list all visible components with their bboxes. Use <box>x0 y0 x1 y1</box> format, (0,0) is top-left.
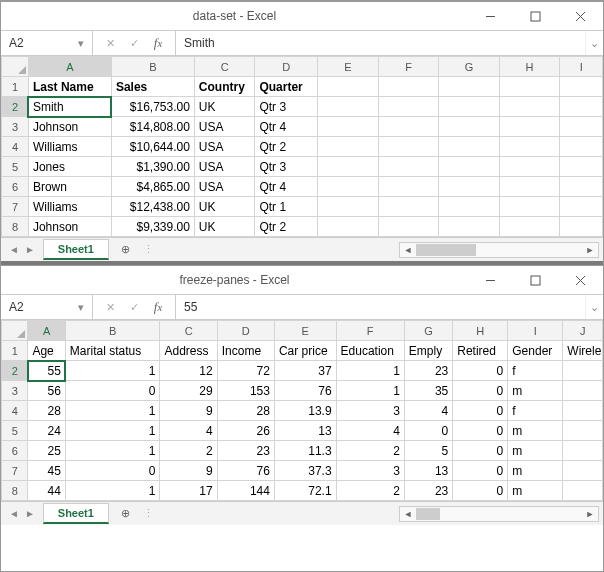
cell[interactable]: Last Name <box>28 77 111 97</box>
chevron-left-icon[interactable]: ◄ <box>9 508 19 519</box>
cell[interactable]: 2 <box>336 441 404 461</box>
row-header[interactable]: 2 <box>2 97 29 117</box>
scroll-thumb[interactable] <box>416 244 476 256</box>
cell[interactable] <box>378 217 439 237</box>
cell[interactable] <box>378 77 439 97</box>
grip-icon[interactable]: ⋮ <box>137 507 162 520</box>
cell[interactable] <box>560 197 603 217</box>
cell[interactable] <box>563 441 603 461</box>
cell[interactable]: Qtr 4 <box>255 177 318 197</box>
sheet-tab-active[interactable]: Sheet1 <box>43 239 109 260</box>
sheet-tab-active[interactable]: Sheet1 <box>43 503 109 524</box>
cell[interactable]: 0 <box>453 381 508 401</box>
col-header[interactable]: F <box>378 57 439 77</box>
col-header[interactable]: C <box>194 57 255 77</box>
cell[interactable]: $4,865.00 <box>111 177 194 197</box>
cell[interactable] <box>318 97 379 117</box>
row-header[interactable]: 5 <box>2 421 28 441</box>
cell[interactable]: 1 <box>65 421 160 441</box>
cell[interactable]: Address <box>160 341 217 361</box>
cell[interactable] <box>499 137 560 157</box>
cell[interactable]: UK <box>194 197 255 217</box>
cell[interactable]: Qtr 3 <box>255 157 318 177</box>
fx-icon[interactable]: fx <box>151 35 165 51</box>
chevron-left-icon[interactable]: ◄ <box>9 244 19 255</box>
cell[interactable]: Education <box>336 341 404 361</box>
col-header[interactable]: E <box>274 321 336 341</box>
titlebar[interactable]: data-set - Excel <box>1 2 603 30</box>
cancel-icon[interactable]: ✕ <box>103 37 117 50</box>
cell[interactable] <box>499 177 560 197</box>
scroll-right-icon[interactable]: ► <box>582 245 598 255</box>
cell[interactable] <box>439 117 500 137</box>
col-header[interactable]: D <box>217 321 274 341</box>
cell[interactable]: Quarter <box>255 77 318 97</box>
cell[interactable]: 28 <box>217 401 274 421</box>
cell[interactable]: Smith <box>28 97 111 117</box>
cell[interactable]: USA <box>194 177 255 197</box>
cancel-icon[interactable]: ✕ <box>103 301 117 314</box>
cell[interactable]: 12 <box>160 361 217 381</box>
cell[interactable]: 29 <box>160 381 217 401</box>
cell[interactable] <box>560 77 603 97</box>
cell[interactable] <box>318 197 379 217</box>
cell[interactable] <box>378 97 439 117</box>
name-box[interactable]: A2 ▾ <box>1 31 93 55</box>
cell[interactable] <box>563 481 603 501</box>
cell[interactable] <box>318 177 379 197</box>
cell[interactable] <box>499 217 560 237</box>
cell[interactable] <box>560 157 603 177</box>
cell[interactable]: Sales <box>111 77 194 97</box>
cell[interactable]: $16,753.00 <box>111 97 194 117</box>
cell[interactable] <box>499 197 560 217</box>
col-header[interactable]: I <box>560 57 603 77</box>
cell[interactable]: 0 <box>453 461 508 481</box>
minimize-button[interactable] <box>468 2 513 30</box>
col-header[interactable]: G <box>404 321 452 341</box>
cell[interactable]: 23 <box>404 361 452 381</box>
cell[interactable] <box>439 97 500 117</box>
add-sheet-button[interactable]: ⊕ <box>115 239 137 261</box>
cell[interactable]: 11.3 <box>274 441 336 461</box>
cell[interactable]: Retired <box>453 341 508 361</box>
cell[interactable]: 13 <box>274 421 336 441</box>
cell[interactable]: Income <box>217 341 274 361</box>
cell[interactable]: 1 <box>65 441 160 461</box>
cell[interactable]: 153 <box>217 381 274 401</box>
col-header[interactable]: H <box>453 321 508 341</box>
col-header[interactable]: A <box>28 321 65 341</box>
cell[interactable]: 9 <box>160 401 217 421</box>
cell[interactable]: 144 <box>217 481 274 501</box>
formula-input[interactable]: 55 <box>176 295 585 319</box>
cell[interactable]: 37.3 <box>274 461 336 481</box>
cell[interactable]: 4 <box>336 421 404 441</box>
select-all-corner[interactable] <box>2 57 29 77</box>
fx-icon[interactable]: fx <box>151 299 165 315</box>
close-button[interactable] <box>558 266 603 294</box>
cell[interactable]: $14,808.00 <box>111 117 194 137</box>
chevron-right-icon[interactable]: ► <box>25 244 35 255</box>
cell[interactable]: Car price <box>274 341 336 361</box>
cell[interactable]: 23 <box>217 441 274 461</box>
cell[interactable]: m <box>508 421 563 441</box>
scroll-left-icon[interactable]: ◄ <box>400 245 416 255</box>
cell[interactable]: Brown <box>28 177 111 197</box>
maximize-button[interactable] <box>513 2 558 30</box>
cell[interactable]: 13.9 <box>274 401 336 421</box>
col-header[interactable]: A <box>28 57 111 77</box>
cell[interactable]: Marital status <box>65 341 160 361</box>
cell[interactable]: 26 <box>217 421 274 441</box>
formula-input[interactable]: Smith <box>176 31 585 55</box>
cell[interactable]: 5 <box>404 441 452 461</box>
titlebar[interactable]: freeze-panes - Excel <box>1 266 603 294</box>
cell[interactable]: 0 <box>453 421 508 441</box>
horizontal-scroll[interactable]: ◄ ► <box>162 506 603 522</box>
cell[interactable]: m <box>508 381 563 401</box>
cell[interactable]: 76 <box>217 461 274 481</box>
cell[interactable] <box>439 197 500 217</box>
minimize-button[interactable] <box>468 266 513 294</box>
cell[interactable]: $10,644.00 <box>111 137 194 157</box>
row-header[interactable]: 7 <box>2 461 28 481</box>
scroll-thumb[interactable] <box>416 508 440 520</box>
cell[interactable]: 55 <box>28 361 65 381</box>
